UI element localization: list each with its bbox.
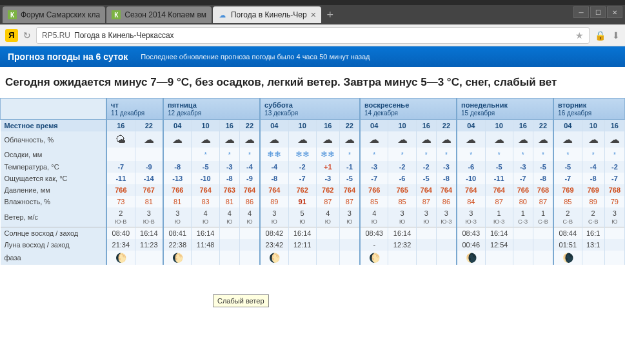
cell: * [582, 148, 604, 161]
row-precip: Осадки, мм***❄❄❄❄❄❄************ [1, 148, 625, 161]
cell: -1 [339, 161, 360, 173]
wind-tooltip: Слабый ветер [213, 294, 269, 307]
new-tab-button[interactable]: + [322, 7, 338, 23]
cell: 85 [388, 196, 416, 207]
precip-icon: * [522, 151, 524, 158]
banner-subtitle: Последнее обновление прогноза погоды был… [141, 53, 370, 61]
cloud-icon: ☁ [344, 134, 355, 145]
cloud-icon: ☁ [538, 134, 548, 145]
cell: 87 [533, 196, 553, 207]
cell: -2 [288, 161, 316, 173]
tab-close-icon[interactable]: × [311, 10, 316, 20]
cell [219, 239, 239, 251]
tab-label: Погода в Кинель-Чер [231, 10, 307, 19]
tab-0[interactable]: КФорум Самарских кла [3, 6, 105, 23]
cloud-icon: ☁ [297, 134, 308, 145]
cell: 87 [485, 196, 513, 207]
cloud-icon: ☁ [518, 134, 528, 145]
cell: 762 [288, 184, 316, 196]
cell: -10 [192, 173, 219, 184]
cell: -2 [416, 161, 436, 173]
cell: -7 [513, 173, 533, 184]
cell: 764 [485, 184, 513, 196]
cell: -8 [533, 173, 553, 184]
cell: * [192, 148, 219, 161]
cell: 16:14 [192, 227, 219, 240]
cell [239, 251, 260, 265]
cell: 767 [135, 184, 163, 196]
cell: 81 [163, 196, 192, 207]
cell: 3Ю-В [135, 207, 163, 227]
moon-phase-icon: 🌔 [369, 253, 380, 263]
cell: 04 [163, 120, 192, 132]
day-header: чт11 декабря [106, 99, 163, 120]
precip-icon: * [228, 151, 231, 158]
lock-icon[interactable]: 🔒 [595, 30, 606, 41]
row-label: Влажность, % [1, 196, 107, 207]
cell [163, 148, 192, 161]
close-button[interactable]: ✕ [607, 6, 622, 18]
cell: 12:54 [485, 239, 513, 251]
precip-icon: * [348, 151, 351, 158]
cell [416, 239, 436, 251]
cell: 01:51 [553, 239, 582, 251]
cell: 22 [239, 120, 260, 132]
day-header: вторник16 декабря [553, 99, 624, 120]
cloud-icon: ☁ [397, 134, 408, 145]
cell: 10 [192, 120, 219, 132]
tab-icon: К [8, 10, 17, 19]
cell: 768 [604, 184, 624, 196]
cloud-icon: ☁ [172, 134, 183, 145]
row-temp: Температура, °C-7-9-8-5-3-4-4-2+1-1-3-2-… [1, 161, 625, 173]
cell: -8 [163, 161, 192, 173]
cell [239, 227, 260, 240]
cell [533, 227, 553, 240]
cell: ❄❄ [260, 148, 288, 161]
tab-2[interactable]: ☁Погода в Кинель-Чер× [213, 6, 321, 23]
tab-1[interactable]: КСезон 2014 Копаем вм [106, 6, 212, 23]
url-input[interactable]: RP5.RU Погода в Кинель-Черкассах ★ [36, 27, 590, 44]
cell [485, 251, 513, 265]
tab-label: Форум Самарских кла [21, 10, 100, 19]
cell: -7 [288, 173, 316, 184]
cell: * [436, 148, 457, 161]
cell: 81 [135, 196, 163, 207]
cell: 08:42 [260, 227, 288, 240]
cell: * [513, 148, 533, 161]
moon-phase-icon: 🌔 [115, 253, 126, 263]
cell: ☁ [388, 131, 416, 148]
yandex-button[interactable]: Я [5, 29, 18, 42]
cell: 08:43 [457, 227, 485, 240]
url-title: Погода в Кинель-Черкассах [74, 31, 174, 40]
cell [239, 239, 260, 251]
cell: 769 [582, 184, 604, 196]
cell: 764 [239, 184, 260, 196]
cloud-icon: ☁ [421, 134, 432, 145]
moon-phase-icon: 🌘 [562, 253, 573, 263]
cell [604, 251, 624, 265]
cell: -5 [416, 173, 436, 184]
minimize-button[interactable]: ─ [573, 6, 589, 18]
cell: * [457, 148, 485, 161]
maximize-button[interactable]: ☐ [590, 6, 606, 18]
cell: -5 [339, 173, 360, 184]
addr-actions: 🔒 ⬇ [595, 30, 620, 41]
cell: * [388, 148, 416, 161]
bookmark-icon[interactable]: ★ [575, 30, 584, 41]
cell: 🌔 [260, 251, 288, 265]
cell: -10 [457, 173, 485, 184]
cell: -14 [135, 173, 163, 184]
refresh-icon[interactable]: ↻ [23, 30, 31, 41]
download-icon[interactable]: ⬇ [612, 30, 620, 41]
cell: 🌘 [457, 251, 485, 265]
cell: * [360, 148, 388, 161]
cell: -3 [316, 173, 339, 184]
cell [604, 227, 624, 240]
summary-text: Сегодня ожидается минус 7—9 °С, без осад… [0, 67, 625, 98]
cell: 3Ю [339, 207, 360, 227]
cell: ☁ [416, 131, 436, 148]
cell: 12:32 [388, 239, 416, 251]
cell: 🌔 [360, 251, 388, 265]
cell: 87 [316, 196, 339, 207]
row-wind: Ветер, м/с2Ю-В3Ю-В3Ю4Ю4Ю4Ю3Ю5Ю4Ю3Ю4Ю3Ю3Ю… [1, 207, 625, 227]
